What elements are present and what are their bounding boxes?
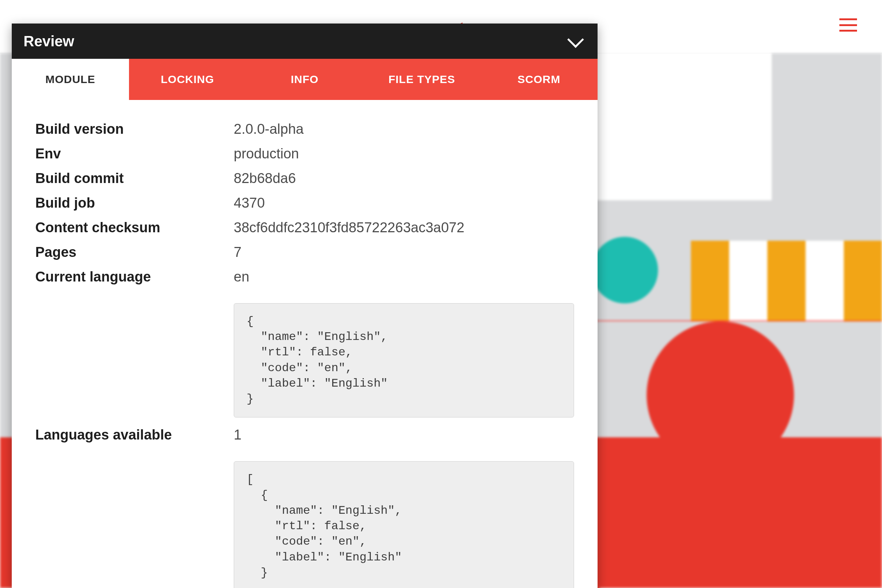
fullscreen-icon[interactable] bbox=[738, 118, 754, 134]
value: 7 bbox=[234, 244, 574, 260]
hamburger-icon bbox=[839, 18, 857, 20]
tab-locking[interactable]: LOCKING bbox=[129, 59, 246, 100]
row-current-language-json: { "name": "English", "rtl": false, "code… bbox=[35, 294, 574, 417]
key: Pages bbox=[35, 244, 234, 260]
value: 82b68da6 bbox=[234, 171, 574, 186]
value: en bbox=[234, 269, 574, 285]
tab-file-types[interactable]: FILE TYPES bbox=[363, 59, 480, 100]
languages-available-json: [ { "name": "English", "rtl": false, "co… bbox=[234, 461, 574, 588]
video-time: 00 / 00:00 bbox=[655, 118, 724, 134]
panel-tabs: MODULE LOCKING INFO FILE TYPES SCORM bbox=[12, 59, 597, 100]
current-language-json: { "name": "English", "rtl": false, "code… bbox=[234, 303, 574, 417]
value: production bbox=[234, 146, 574, 162]
row-current-language: Current language en bbox=[35, 269, 574, 285]
value: 4370 bbox=[234, 195, 574, 211]
key: Current language bbox=[35, 269, 234, 285]
value: 1 bbox=[234, 427, 574, 443]
row-content-checksum: Content checksum 38cf6ddfc2310f3fd857222… bbox=[35, 220, 574, 236]
row-pages: Pages 7 bbox=[35, 244, 574, 260]
tab-module[interactable]: MODULE bbox=[12, 59, 129, 100]
value: 2.0.0-alpha bbox=[234, 121, 574, 137]
tab-info[interactable]: INFO bbox=[246, 59, 363, 100]
value: 38cf6ddfc2310f3fd85722263ac3a072 bbox=[234, 220, 574, 236]
row-build-commit: Build commit 82b68da6 bbox=[35, 171, 574, 186]
panel-header[interactable]: Review bbox=[12, 24, 597, 59]
row-build-job: Build job 4370 bbox=[35, 195, 574, 211]
panel-title: Review bbox=[24, 33, 74, 50]
panel-body[interactable]: Build version 2.0.0-alpha Env production… bbox=[12, 100, 597, 588]
chevron-down-icon bbox=[567, 31, 584, 48]
key: Build commit bbox=[35, 171, 234, 186]
tab-scorm[interactable]: SCORM bbox=[480, 59, 597, 100]
review-panel: Review MODULE LOCKING INFO FILE TYPES SC… bbox=[12, 24, 597, 588]
row-languages-available: Languages available 1 bbox=[35, 427, 574, 443]
row-env: Env production bbox=[35, 146, 574, 162]
key: Content checksum bbox=[35, 220, 234, 236]
row-build-version: Build version 2.0.0-alpha bbox=[35, 121, 574, 137]
key: Languages available bbox=[35, 427, 234, 443]
menu-button[interactable] bbox=[839, 18, 857, 32]
key: Build version bbox=[35, 121, 234, 137]
key: Build job bbox=[35, 195, 234, 211]
row-languages-available-json: [ { "name": "English", "rtl": false, "co… bbox=[35, 452, 574, 588]
key: Env bbox=[35, 146, 234, 162]
